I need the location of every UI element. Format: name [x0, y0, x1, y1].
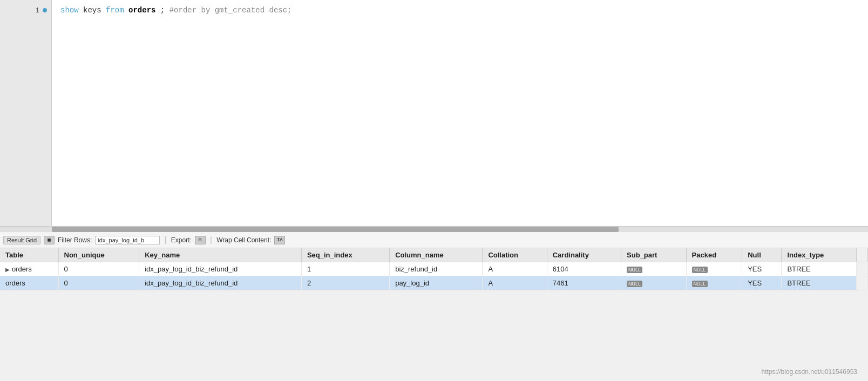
breakpoint-dot — [43, 8, 47, 12]
result-table-container: Table Non_unique Key_name Seq_in_index C… — [0, 248, 868, 290]
col-header-collation[interactable]: Collation — [483, 248, 547, 262]
keyword-show: show — [60, 6, 79, 15]
line-numbers: 1 — [0, 0, 52, 226]
cell-table-2: orders — [0, 276, 58, 290]
null-badge-packed-2: NULL — [692, 281, 708, 287]
cell-seq-1: 1 — [301, 262, 389, 276]
col-header-packed[interactable]: Packed — [686, 248, 742, 262]
col-header-key-name[interactable]: Key_name — [139, 248, 302, 262]
semicolon: ; — [160, 6, 165, 15]
divider-1: | — [163, 236, 167, 244]
cell-cardinality-2: 7461 — [547, 276, 621, 290]
cell-table-1: ▶orders — [0, 262, 58, 276]
col-header-extra — [857, 248, 868, 262]
row-arrow-1: ▶ — [5, 267, 12, 273]
cell-cardinality-1: 6104 — [547, 262, 621, 276]
cell-collation-2: A — [483, 276, 547, 290]
cell-col-name-1: biz_refund_id — [390, 262, 483, 276]
cell-extra-2 — [857, 276, 868, 290]
cell-seq-2: 2 — [301, 276, 389, 290]
export-label: Export: — [171, 236, 192, 244]
wrap-cell-label: Wrap Cell Content: — [216, 236, 271, 244]
divider-2: | — [209, 236, 213, 244]
cell-non-unique-2: 0 — [58, 276, 139, 290]
wrap-icon[interactable]: IA — [274, 236, 285, 244]
col-header-cardinality[interactable]: Cardinality — [547, 248, 621, 262]
cell-collation-1: A — [483, 262, 547, 276]
cell-key-name-1: idx_pay_log_id_biz_refund_id — [139, 262, 302, 276]
code-content[interactable]: show keys from orders ; #order by gmt_cr… — [52, 0, 301, 226]
result-grid-button[interactable]: Result Grid — [3, 236, 40, 244]
cell-sub-part-2: NULL — [621, 276, 686, 290]
cell-packed-1: NULL — [686, 262, 742, 276]
cell-index-type-2: BTREE — [782, 276, 857, 290]
comment-text: #order by gmt_created desc; — [169, 6, 292, 15]
grid-icon[interactable]: ▦ — [44, 236, 55, 244]
table-header-row: Table Non_unique Key_name Seq_in_index C… — [0, 248, 868, 262]
cell-col-name-2: pay_log_id — [390, 276, 483, 290]
cell-sub-part-1: NULL — [621, 262, 686, 276]
null-badge-subpart-1: NULL — [627, 267, 642, 273]
result-table: Table Non_unique Key_name Seq_in_index C… — [0, 248, 868, 290]
table-row[interactable]: orders 0 idx_pay_log_id_biz_refund_id 2 … — [0, 276, 868, 290]
null-badge-packed-1: NULL — [692, 267, 708, 273]
cell-key-name-2: idx_pay_log_id_biz_refund_id — [139, 276, 302, 290]
kw-space: keys — [83, 6, 106, 15]
filter-rows-input[interactable] — [95, 236, 160, 244]
editor-area: 1 show keys from orders ; #order by gmt_… — [0, 0, 868, 227]
col-header-sub-part[interactable]: Sub_part — [621, 248, 686, 262]
scrollbar-thumb[interactable] — [52, 227, 619, 232]
col-header-seq-in-index[interactable]: Seq_in_index — [301, 248, 389, 262]
cell-null-1: YES — [742, 262, 782, 276]
col-header-index-type[interactable]: Index_type — [782, 248, 857, 262]
col-header-table[interactable]: Table — [0, 248, 58, 262]
cell-non-unique-1: 0 — [58, 262, 139, 276]
col-header-non-unique[interactable]: Non_unique — [58, 248, 139, 262]
cell-null-2: YES — [742, 276, 782, 290]
horizontal-scrollbar[interactable] — [0, 227, 868, 232]
line-num-text: 1 — [35, 6, 39, 15]
keyword-from: from — [106, 6, 124, 15]
cell-extra-1 — [857, 262, 868, 276]
line-number-1: 1 — [35, 4, 51, 16]
filter-rows-label: Filter Rows: — [58, 236, 92, 244]
table-name: orders — [128, 6, 160, 15]
toolbar: Result Grid ▦ Filter Rows: | Export: ⊞ |… — [0, 232, 868, 248]
watermark: https://blog.csdn.net/u011546953 — [762, 368, 857, 376]
export-icon[interactable]: ⊞ — [195, 236, 206, 244]
col-header-column-name[interactable]: Column_name — [390, 248, 483, 262]
table-row[interactable]: ▶orders 0 idx_pay_log_id_biz_refund_id 1… — [0, 262, 868, 276]
cell-index-type-1: BTREE — [782, 262, 857, 276]
null-badge-subpart-2: NULL — [627, 281, 642, 287]
cell-packed-2: NULL — [686, 276, 742, 290]
col-header-null[interactable]: Null — [742, 248, 782, 262]
